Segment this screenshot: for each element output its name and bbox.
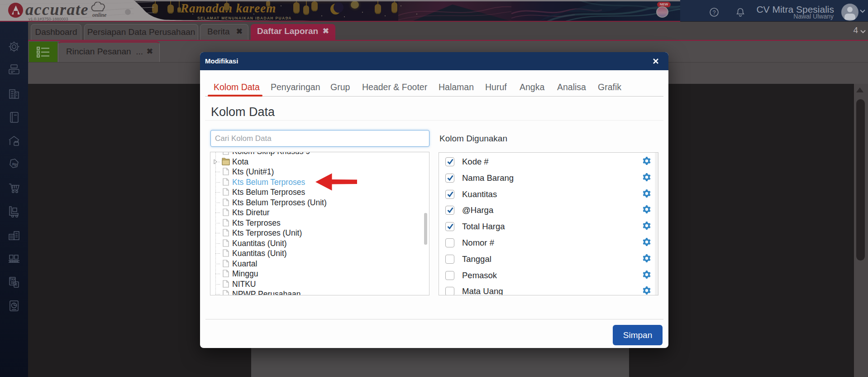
- svg-text:TAX: TAX: [10, 278, 15, 281]
- svg-text:Rp: Rp: [12, 162, 17, 166]
